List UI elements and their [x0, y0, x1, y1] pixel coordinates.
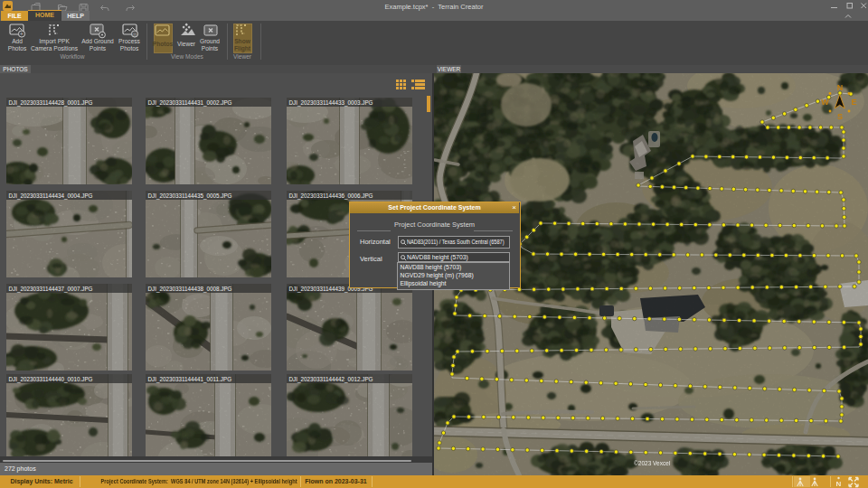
svg-text:DJI_20230331144433_0003.JPG: DJI_20230331144433_0003.JPG: [289, 99, 373, 107]
svg-text:DJI_20230331144431_0002.JPG: DJI_20230331144431_0002.JPG: [148, 99, 232, 107]
svg-text:S: S: [837, 112, 843, 121]
svg-text:DJI_20230331144438_0008.JPG: DJI_20230331144438_0008.JPG: [148, 286, 232, 293]
svg-text:DJI_20230331144435_0005.JPG: DJI_20230331144435_0005.JPG: [148, 192, 232, 200]
svg-text:+: +: [20, 31, 24, 37]
svg-text:DJI_20230331144434_0004.JPG: DJI_20230331144434_0004.JPG: [9, 192, 93, 200]
svg-text:◎: ◎: [132, 31, 137, 37]
svg-text:DJI_20230331144436_0006.JPG: DJI_20230331144436_0006.JPG: [289, 192, 373, 200]
svg-text:DJI_20230331144428_0001.JPG: DJI_20230331144428_0001.JPG: [9, 99, 93, 107]
svg-text:N: N: [837, 83, 844, 92]
svg-text:E: E: [851, 98, 856, 107]
svg-text:DJI_20230331144441_0011.JPG: DJI_20230331144441_0011.JPG: [148, 376, 232, 383]
svg-text:N: N: [836, 480, 842, 488]
svg-text:©2023 Vexcel: ©2023 Vexcel: [634, 460, 671, 466]
svg-text:W: W: [821, 98, 829, 107]
svg-text:DJI_20230331144442_0012.JPG: DJI_20230331144442_0012.JPG: [289, 376, 373, 383]
svg-text:DJI_20230331144440_0010.JPG: DJI_20230331144440_0010.JPG: [9, 376, 93, 383]
svg-text:DJI_20230331144437_0007.JPG: DJI_20230331144437_0007.JPG: [9, 286, 93, 293]
